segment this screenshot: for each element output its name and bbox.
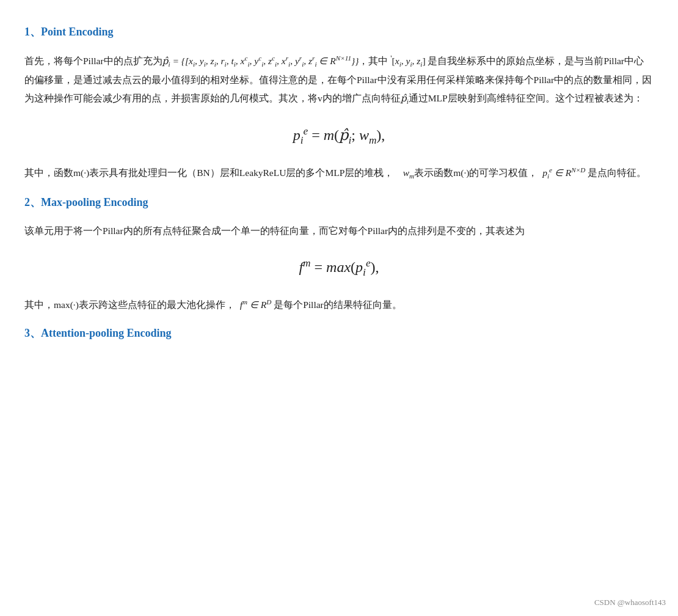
paragraph-3: 其中，函数m(·)表示具有批处理归一化（BN）层和LeakyReLU层的多个ML…	[24, 164, 654, 183]
paragraph-5: 其中，max(·)表示跨这些点特征的最大池化操作， fm ∈ RD 是每个Pil…	[24, 296, 654, 314]
math-p-hat: p̂i = {[xi, yi, zi, ri, ti, xci, yci, zc…	[162, 56, 359, 66]
section-point-encoding: 1、Point Encoding 首先，将每个Pillar中的点扩充为p̂i =…	[24, 24, 654, 183]
formula-2: fm = max(pie),	[299, 257, 379, 279]
heading-title-2: Max-pooling Encoding	[41, 196, 148, 208]
formula-block-1: pie = m(p̂i; wm),	[24, 125, 654, 147]
paragraph-4: 该单元用于将一个Pillar内的所有点特征聚合成一个单一的特征向量，而它对每个P…	[24, 222, 654, 240]
heading-number-1: 1、	[24, 26, 41, 38]
heading-number-2: 2、	[24, 196, 41, 208]
paragraph-1: 首先，将每个Pillar中的点扩充为p̂i = {[xi, yi, zi, ri…	[24, 51, 654, 108]
section-heading-2: 2、Max-pooling Encoding	[24, 195, 654, 210]
section-heading-1: 1、Point Encoding	[24, 24, 654, 39]
formula-1: pie = m(p̂i; wm),	[293, 125, 385, 147]
formula-block-2: fm = max(pie),	[24, 257, 654, 279]
section-max-pooling: 2、Max-pooling Encoding 该单元用于将一个Pillar内的所…	[24, 195, 654, 314]
heading-title-3: Attention-pooling Encoding	[41, 327, 172, 339]
heading-title-1: Point Encoding	[41, 26, 114, 38]
section-attention-pooling: 3、Attention-pooling Encoding	[24, 326, 654, 340]
section-heading-3: 3、Attention-pooling Encoding	[24, 326, 654, 340]
heading-number-3: 3、	[24, 327, 41, 339]
